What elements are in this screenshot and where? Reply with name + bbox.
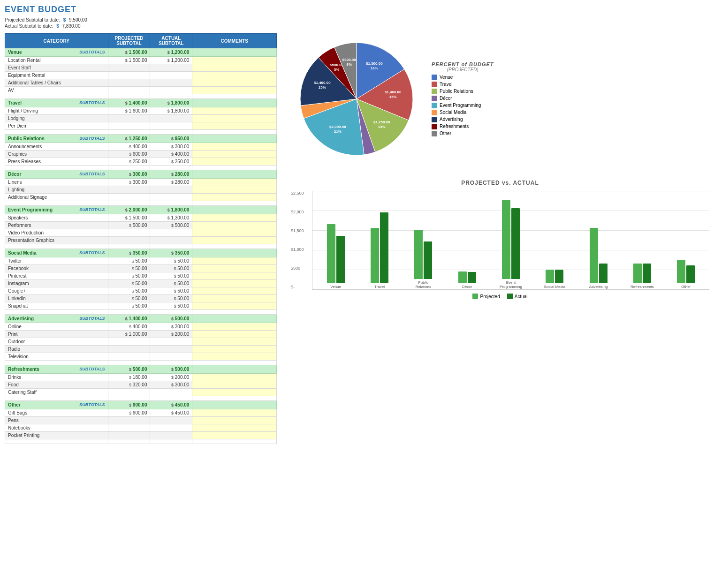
bar-group-décor: Décor xyxy=(446,271,488,289)
col-header-projected: PROJECTED SUBTOTAL xyxy=(108,34,150,48)
budget-table: CATEGORY PROJECTED SUBTOTAL ACTUAL SUBTO… xyxy=(5,33,277,444)
table-row: Additional Tables / Chairs xyxy=(5,79,277,87)
projected-legend-label: Projected xyxy=(480,294,500,299)
projected-legend-color xyxy=(472,294,478,299)
actual-bar xyxy=(686,265,695,283)
table-row: Speakers$ 1,500.00$ 1,300.00 xyxy=(5,214,277,222)
bar-group-social-media: Social Media xyxy=(534,270,576,289)
bar-group-label: Advertising xyxy=(589,285,608,289)
pie-legend: VenueTravelPublic RelationsDécorEvent Pr… xyxy=(432,75,494,136)
section-header-social-media: Social Media SUBTOTALS$ 350.00$ 350.00 xyxy=(5,249,277,257)
bar-group-venue: Venue xyxy=(315,224,357,289)
table-row: Radio xyxy=(5,346,277,353)
empty-row xyxy=(5,310,277,315)
bar-group-label: Public Relations xyxy=(410,280,436,289)
table-row: Food$ 320.00$ 300.00 xyxy=(5,381,277,389)
table-row: Print$ 1,000.00$ 200.00 xyxy=(5,331,277,338)
bar-group-label: Travel xyxy=(374,285,385,289)
table-row: Per Diem xyxy=(5,122,277,130)
table-row: Gift Bags$ 600.00$ 450.00 xyxy=(5,409,277,417)
projected-bar xyxy=(414,230,423,279)
table-row: Equipment Rental xyxy=(5,72,277,79)
projected-bar xyxy=(502,200,510,279)
table-row: Video Production xyxy=(5,229,277,237)
section-header-travel: Travel SUBTOTALS$ 1,400.00$ 1,800.00 xyxy=(5,99,277,107)
empty-row xyxy=(5,396,277,401)
pie-title: PERCENT of BUDGET (PROJECTED) xyxy=(432,61,494,72)
table-row: Lodging xyxy=(5,115,277,122)
y-axis: $2,500 $2,000 $1,500 $1,000 $500 $- xyxy=(291,191,304,289)
bar-group-advertising: Advertising xyxy=(577,228,619,289)
table-row: Lighting xyxy=(5,186,277,194)
table-row: Presentation Graphics xyxy=(5,237,277,244)
legend-item-other: Other xyxy=(432,131,494,136)
legend-item-public-relations: Public Relations xyxy=(432,89,494,94)
legend-item-refreshments: Refreshments xyxy=(432,124,494,129)
section-header-event-programming: Event Programming SUBTOTALS$ 2,000.00$ 1… xyxy=(5,206,277,214)
actual-legend-color xyxy=(507,294,513,299)
empty-row xyxy=(5,244,277,249)
actual-bar xyxy=(336,236,345,283)
table-row: Pocket Printing xyxy=(5,432,277,439)
empty-row xyxy=(5,166,277,170)
bar-chart-legend: Projected Actual xyxy=(291,294,709,299)
section-header-refreshments: Refreshments SUBTOTALS$ 500.00$ 500.00 xyxy=(5,365,277,374)
section-header-other: Other SUBTOTALS$ 600.00$ 450.00 xyxy=(5,401,277,409)
budget-table-panel: CATEGORY PROJECTED SUBTOTAL ACTUAL SUBTO… xyxy=(5,33,277,444)
page-container: EVENT BUDGET Projected Subtotal to date:… xyxy=(5,5,709,444)
pie-chart-right: PERCENT of BUDGET (PROJECTED) VenueTrave… xyxy=(432,61,494,138)
table-row: Announcements$ 400.00$ 300.00 xyxy=(5,143,277,151)
table-row: Event Staff xyxy=(5,64,277,72)
bar-group-label: Refreshments xyxy=(630,285,654,289)
projected-bar xyxy=(633,264,642,283)
empty-row xyxy=(5,94,277,99)
table-row: Catering Staff xyxy=(5,389,277,396)
actual-bar xyxy=(380,212,388,283)
section-header-décor: Décor SUBTOTALS$ 300.00$ 280.00 xyxy=(5,170,277,179)
projected-subtotal: Projected Subtotal to date: $ 9,500.00 xyxy=(5,17,709,23)
table-row: Notebooks xyxy=(5,424,277,432)
table-row: Pinterest$ 50.00$ 50.00 xyxy=(5,272,277,280)
bar-group-label: Other xyxy=(681,285,691,289)
projected-label: Projected Subtotal to date: xyxy=(5,17,60,23)
col-header-comments: COMMENTS xyxy=(192,34,277,48)
projected-bar xyxy=(327,224,335,283)
actual-value: 7,830.00 xyxy=(62,23,81,29)
empty-row xyxy=(5,361,277,365)
actual-bar xyxy=(468,272,476,283)
bar-group-refreshments: Refreshments xyxy=(621,264,663,289)
bar-group-other: Other xyxy=(665,260,707,289)
table-row: Performers$ 500.00$ 500.00 xyxy=(5,222,277,229)
legend-item-advertising: Advertising xyxy=(432,117,494,122)
table-row: Linens$ 300.00$ 280.00 xyxy=(5,179,277,186)
projected-bar xyxy=(458,271,467,283)
actual-bar xyxy=(424,241,432,279)
table-row: LinkedIn$ 50.00$ 50.00 xyxy=(5,295,277,302)
table-row: Location Rental$ 1,500.00$ 1,200.00 xyxy=(5,57,277,64)
charts-panel: $1,500.0016%$1,400.0015%$1,250.0013%$2,0… xyxy=(286,33,709,444)
table-row: Graphics$ 600.00$ 400.00 xyxy=(5,151,277,158)
table-row: Press Releases$ 250.00$ 250.00 xyxy=(5,158,277,166)
pie-chart-wrapper: $1,500.0016%$1,400.0015%$1,250.0013%$2,0… xyxy=(291,33,422,166)
bar-chart-bars: VenueTravelPublic RelationsDécorEvent Pr… xyxy=(312,191,709,289)
empty-row xyxy=(5,201,277,206)
table-row: Snapchat$ 50.00$ 50.00 xyxy=(5,302,277,310)
legend-item-travel: Travel xyxy=(432,82,494,87)
table-row: Pens xyxy=(5,417,277,424)
actual-legend-label: Actual xyxy=(515,294,528,299)
projected-bar xyxy=(590,228,598,283)
projected-bar xyxy=(371,228,379,283)
bar-group-label: Venue xyxy=(330,285,341,289)
actual-bar xyxy=(599,264,608,283)
page-title: EVENT BUDGET xyxy=(5,5,709,15)
pie-chart-section: $1,500.0016%$1,400.0015%$1,250.0013%$2,0… xyxy=(291,33,709,166)
bar-group-label: Event Programming xyxy=(498,280,524,289)
table-row: AV xyxy=(5,87,277,94)
table-row: Instagram$ 50.00$ 50.00 xyxy=(5,280,277,287)
col-header-actual: ACTUAL SUBTOTAL xyxy=(150,34,192,48)
bar-group-travel: Travel xyxy=(358,212,400,289)
bar-group-event-programming: Event Programming xyxy=(490,200,532,289)
section-header-public-relations: Public Relations SUBTOTALS$ 1,250.00$ 95… xyxy=(5,135,277,143)
table-row: Flight / Driving$ 1,600.00$ 1,800.00 xyxy=(5,107,277,115)
bar-chart-title: PROJECTED vs. ACTUAL xyxy=(291,180,709,186)
